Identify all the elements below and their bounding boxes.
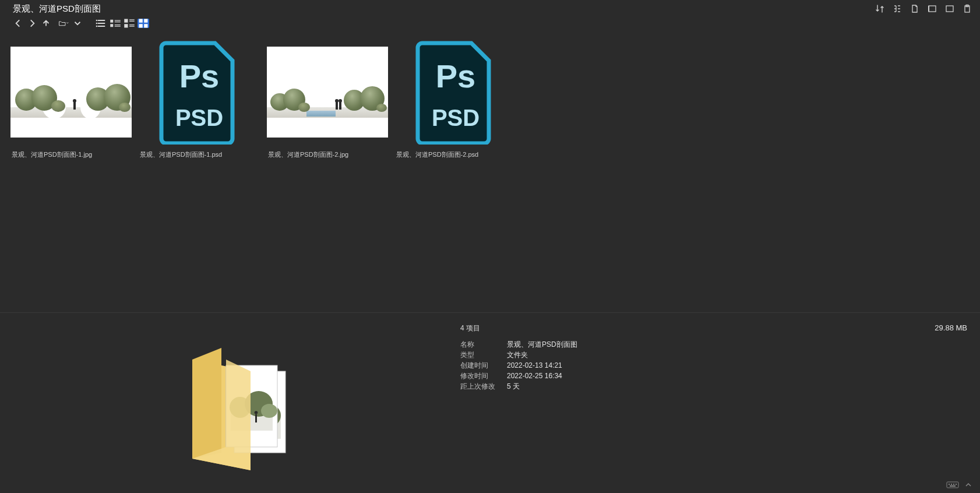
svg-rect-14: [144, 24, 147, 27]
file-icon[interactable]: [910, 4, 919, 13]
file-name-label: 景观、河道PSD剖面图-1.psd: [139, 146, 261, 161]
prop-modified-value: 2022-02-25 16:34: [507, 372, 562, 380]
svg-point-25: [261, 404, 277, 418]
file-name-label: 景观、河道PSD剖面图-2.psd: [395, 146, 517, 161]
clipboard-icon[interactable]: [963, 4, 972, 13]
forward-button[interactable]: [27, 18, 37, 29]
prop-type-value: 文件夹: [507, 350, 528, 360]
svg-rect-7: [110, 20, 113, 23]
tree-icon[interactable]: [893, 4, 902, 13]
keyboard-icon[interactable]: [946, 480, 959, 490]
svg-rect-1: [946, 6, 953, 12]
prop-since-label: 距上次修改: [460, 382, 507, 392]
up-button[interactable]: [41, 18, 51, 29]
view-thumbnails-button[interactable]: [138, 19, 149, 28]
file-item[interactable]: 景观、河道PSD剖面图-2.jpg: [267, 38, 389, 161]
psd-label-top: Ps: [179, 58, 220, 94]
details-pane: 4 项目 名称景观、河道PSD剖面图 类型文件夹 创建时间2022-02-13 …: [0, 312, 980, 493]
svg-rect-29: [949, 484, 950, 485]
svg-rect-30: [951, 484, 952, 485]
svg-rect-13: [139, 24, 143, 27]
svg-rect-12: [144, 19, 147, 23]
file-thumbnail: [10, 38, 132, 146]
svg-rect-26: [255, 414, 257, 422]
view-details-button[interactable]: [110, 19, 121, 28]
prop-name-value: 景观、河道PSD剖面图: [507, 340, 577, 350]
prop-name-label: 名称: [460, 340, 507, 350]
svg-rect-33: [950, 485, 956, 487]
prop-created-value: 2022-02-13 14:21: [507, 361, 562, 369]
svg-rect-10: [124, 24, 128, 27]
prop-modified-label: 修改时间: [460, 371, 507, 381]
prop-since-value: 5 天: [507, 382, 520, 392]
svg-rect-0: [929, 6, 936, 12]
file-item[interactable]: 景观、河道PSD剖面图-1.jpg: [10, 38, 133, 161]
svg-rect-9: [124, 19, 128, 23]
window-icon[interactable]: [945, 4, 954, 13]
sort-icon[interactable]: [875, 4, 884, 13]
header-row: 景观、河道PSD剖面图: [0, 0, 980, 16]
file-name-label: 景观、河道PSD剖面图-2.jpg: [267, 146, 389, 161]
page-title: 景观、河道PSD剖面图: [13, 3, 101, 15]
folder-preview-icon: [181, 336, 309, 476]
svg-rect-31: [953, 484, 954, 485]
info-block: 4 项目 名称景观、河道PSD剖面图 类型文件夹 创建时间2022-02-13 …: [460, 323, 577, 392]
file-thumbnail: Ps PSD: [395, 38, 516, 146]
prop-created-label: 创建时间: [460, 361, 507, 371]
prop-type-label: 类型: [460, 350, 507, 360]
svg-rect-8: [110, 24, 113, 27]
file-item[interactable]: Ps PSD 景观、河道PSD剖面图-2.psd: [395, 38, 517, 161]
svg-point-27: [255, 411, 258, 414]
view-content-button[interactable]: [124, 19, 135, 28]
toolbar: [0, 16, 980, 33]
psd-label-top: Ps: [436, 58, 476, 94]
folder-dropdown-button[interactable]: [58, 18, 69, 29]
corner-bar: [946, 480, 973, 490]
svg-point-4: [96, 20, 98, 22]
svg-point-5: [96, 23, 98, 24]
history-dropdown-button[interactable]: [72, 18, 83, 29]
view-list-button[interactable]: [96, 19, 107, 28]
file-grid: 景观、河道PSD剖面图-1.jpg Ps PSD 景观、河道PSD剖面图-1.p…: [0, 33, 980, 312]
collapse-icon[interactable]: [964, 480, 973, 490]
header-actions: [875, 4, 972, 13]
psd-label-bottom: PSD: [432, 105, 480, 131]
file-thumbnail: Ps PSD: [139, 38, 260, 146]
svg-rect-11: [139, 19, 143, 23]
total-size: 29.88 MB: [935, 323, 967, 332]
view-mode-group: [96, 19, 149, 28]
back-button[interactable]: [13, 18, 23, 29]
file-thumbnail: [267, 38, 388, 146]
svg-rect-32: [956, 484, 957, 485]
item-count: 4 项目: [460, 323, 577, 333]
psd-label-bottom: PSD: [175, 105, 223, 131]
svg-point-6: [96, 26, 98, 27]
file-item[interactable]: Ps PSD 景观、河道PSD剖面图-1.psd: [139, 38, 261, 161]
panel-icon[interactable]: [928, 4, 937, 13]
file-name-label: 景观、河道PSD剖面图-1.jpg: [10, 146, 133, 161]
